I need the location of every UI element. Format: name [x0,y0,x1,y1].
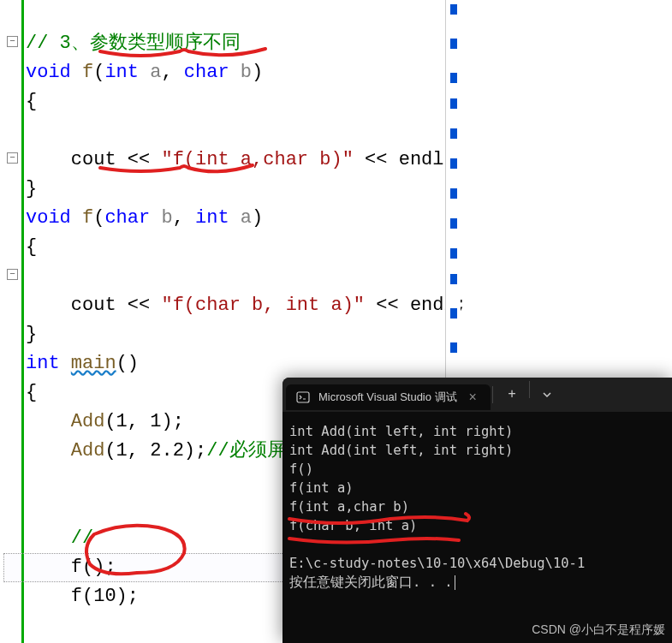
output-line: int Add(int left, int right) [289,443,513,458]
param-a: a [150,62,161,83]
divider [529,381,530,398]
type-char: char [104,207,150,229]
output-line: f(int a,char b) [289,499,409,515]
param-b: b [241,62,252,83]
output-line: E:\c-study-notes\10-10\x64\Debug\10-1 [289,556,585,571]
change-indicator [21,0,24,643]
keyword-int: int [26,353,60,374]
output-line: f(char b, int a) [289,518,417,533]
terminal-icon [296,390,310,404]
string-literal: "f(char b, int a)" [161,295,365,316]
call-f: f(10); [71,586,139,607]
call-f: f(); [71,557,116,578]
new-tab-button[interactable]: + [497,381,527,408]
output-line: f() [289,461,313,477]
cursor [455,575,455,590]
watermark: CSDN @小白不是程序媛 [532,622,665,638]
fold-toggle[interactable]: − [7,36,18,47]
output-line: 按任意键关闭此窗口. . . [289,575,453,590]
func-main: main [71,353,116,374]
func-add: Add [71,440,105,461]
terminal-title: Microsoft Visual Studio 调试 [318,390,457,405]
dropdown-button[interactable] [532,381,562,408]
output-line: int Add(int left, int right) [289,424,513,439]
fold-toggle[interactable]: − [7,152,18,164]
comment: // 3、参数类型顺序不同 [26,33,241,54]
param-b: b [161,207,172,229]
output-line: f(int a) [289,480,354,496]
keyword-void: void [26,62,71,83]
type-int: int [195,207,229,229]
cout: cout [71,295,116,316]
fold-toggle[interactable]: − [7,269,18,280]
type-char: char [184,62,229,83]
endl: endl [399,149,444,170]
comment: // [71,527,93,549]
type-int: int [104,62,139,83]
svg-rect-0 [297,392,309,402]
terminal-tab[interactable]: Microsoft Visual Studio 调试 × [286,384,491,410]
cout: cout [71,149,116,170]
terminal-window[interactable]: Microsoft Visual Studio 调试 × + int Add(i… [282,378,672,643]
func-f: f [82,62,93,83]
terminal-titlebar[interactable]: Microsoft Visual Studio 调试 × + [282,378,672,412]
string-literal: "f(int a,char b)" [161,149,353,170]
func-add: Add [71,411,105,432]
chevron-down-icon [542,390,552,400]
close-tab-button[interactable]: × [466,390,480,405]
param-a: a [241,207,252,229]
divider [492,386,493,403]
func-f: f [82,207,93,229]
keyword-void: void [26,207,71,229]
terminal-output[interactable]: int Add(int left, int right) int Add(int… [282,412,672,602]
